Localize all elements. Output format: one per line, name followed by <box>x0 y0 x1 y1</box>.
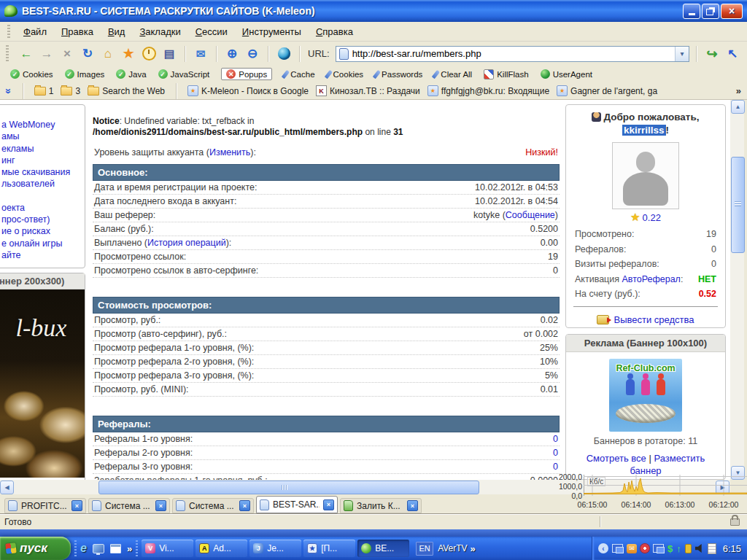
network-icon[interactable] <box>612 544 623 553</box>
toggle-javascript[interactable]: ✓JavaScript <box>158 69 210 79</box>
task-button-p[interactable]: ★[П... <box>303 540 355 557</box>
quick-launch-chevron[interactable]: » <box>127 543 132 554</box>
sidebar-link[interactable]: а WebMoney <box>1 119 85 131</box>
zoom-in-button[interactable]: ⊕ <box>223 45 241 63</box>
window-titlebar[interactable]: BEST-SAR.RU - СИСТЕМА РАСКРУТКИ САЙТОВ (… <box>0 0 747 22</box>
tray-collapse-icon[interactable]: ‹ <box>598 543 608 553</box>
clear-all-button[interactable]: Clear All <box>434 70 472 79</box>
toggle-popups[interactable]: ✕Popups <box>221 68 272 80</box>
tab-close-button[interactable]: × <box>323 499 334 510</box>
show-desktop-icon[interactable] <box>93 544 104 553</box>
translate-button[interactable] <box>275 45 293 63</box>
zoom-out-button[interactable]: ⊖ <box>244 45 261 63</box>
mail-button[interactable]: ✉ <box>192 45 209 63</box>
tab-close-button[interactable]: × <box>155 500 166 511</box>
toggle-java[interactable]: ✓Java <box>116 69 146 79</box>
sidebar-link[interactable]: прос-ответ) <box>1 214 85 225</box>
restore-button[interactable] <box>702 4 719 19</box>
task-button-best-sar[interactable]: BE... <box>357 540 409 557</box>
menu-tools[interactable]: Инструменты <box>235 24 309 39</box>
tab-profitc[interactable]: PROFITC...× <box>4 498 86 513</box>
menu-file[interactable]: Файл <box>16 24 54 39</box>
url-input[interactable]: http://best-sar.ru/members.php ▾ <box>336 46 689 62</box>
bookmarks-overflow-chevron[interactable]: » <box>736 85 741 96</box>
useragent-button[interactable]: UserAgent <box>541 69 592 79</box>
tab-sistema-2[interactable]: Система ...× <box>172 498 254 513</box>
language-indicator[interactable]: EN <box>416 542 433 556</box>
horizontal-scroll-thumb[interactable] <box>98 481 479 494</box>
sidebar-link[interactable]: ие о рисках <box>1 225 85 237</box>
upload-arrow-icon[interactable]: ↑ <box>676 543 681 554</box>
flower-icon[interactable] <box>640 544 649 553</box>
message-link[interactable]: Сообщение <box>506 210 555 220</box>
toggle-cookies[interactable]: ✓Cookies <box>10 69 53 79</box>
close-button[interactable]: × <box>721 4 743 19</box>
sidebar-link[interactable]: амы <box>1 131 85 142</box>
vertical-scroll-thumb[interactable] <box>731 157 745 253</box>
go-button[interactable]: ↪ <box>703 45 721 63</box>
menu-help[interactable]: Справка <box>309 24 360 39</box>
network-icon[interactable] <box>653 544 664 553</box>
bookmark-kmeleon-google[interactable]: ★K-Meleon - Поиск в Google <box>187 85 309 96</box>
avatar[interactable] <box>612 142 679 209</box>
toggle-images[interactable]: ✓Images <box>65 69 105 79</box>
tab-best-sar-active[interactable]: BEST-SAR...× <box>256 496 338 513</box>
window-shortcut-icon[interactable] <box>110 544 121 553</box>
horizontal-scrollbar[interactable]: ◀ ▶ <box>0 480 730 494</box>
tab-sistema-1[interactable]: Система ...× <box>88 498 170 513</box>
operations-history-link[interactable]: История операций <box>147 238 226 248</box>
ad-banner-200x300[interactable]: l-bux <box>0 289 85 478</box>
url-dropdown-button[interactable]: ▾ <box>675 47 689 61</box>
tray-mail-icon[interactable]: ✉ <box>627 544 637 553</box>
radio-icon[interactable] <box>685 544 692 553</box>
taskbar-chevron[interactable]: » <box>471 543 476 554</box>
sidebar-link[interactable]: екламы <box>1 143 85 155</box>
forward-button[interactable]: → <box>38 45 55 63</box>
sidebar-link[interactable]: е онлайн игры <box>1 238 85 249</box>
home-button[interactable]: ⌂ <box>99 45 117 63</box>
notes-icon[interactable] <box>708 543 716 554</box>
menu-edit[interactable]: Правка <box>54 24 101 39</box>
bookmarks-button[interactable]: ★ <box>120 45 137 63</box>
task-button-ad[interactable]: AAd... <box>196 540 247 557</box>
bookmark-kinozal[interactable]: KКинозал.ТВ :: Раздачи <box>316 85 420 96</box>
task-button-je[interactable]: JJe... <box>249 540 301 557</box>
vertical-scrollbar[interactable]: ▲ ▼ <box>730 100 744 480</box>
dollar-icon[interactable]: $ <box>667 543 673 554</box>
autoreferral-link[interactable]: АвтоРеферал <box>622 274 681 284</box>
history-button[interactable] <box>140 45 158 63</box>
select-links-button[interactable]: ↖ <box>724 45 741 63</box>
print-button[interactable]: ▤ <box>160 45 178 63</box>
bookmark-gagner[interactable]: ★Gagner de l'argent, ga <box>557 85 657 96</box>
killflash-button[interactable]: KillFlash <box>484 69 528 79</box>
clear-cache-button[interactable]: Cache <box>284 70 314 79</box>
change-security-link[interactable]: Изменить <box>209 147 250 158</box>
tab-close-button[interactable]: × <box>239 500 250 511</box>
stop-button[interactable]: × <box>58 45 76 63</box>
sidebar-link[interactable]: оекта <box>1 202 85 214</box>
view-all-link[interactable]: Смотреть все <box>587 453 646 464</box>
back-button[interactable]: ← <box>18 45 35 63</box>
scroll-left-button[interactable]: ◀ <box>0 481 14 494</box>
internet-explorer-icon[interactable]: e <box>80 542 87 555</box>
minimize-button[interactable] <box>683 4 700 19</box>
reload-button[interactable]: ↻ <box>79 45 96 63</box>
bookmark-folder-1[interactable]: 1 <box>34 86 54 96</box>
task-button-vip[interactable]: VVi... <box>142 540 193 557</box>
scroll-right-button[interactable]: ▶ <box>716 481 729 494</box>
sidebar-link[interactable]: инг <box>1 155 85 166</box>
tab-zalit[interactable]: Залить К...× <box>340 498 422 513</box>
withdraw-link[interactable]: Вывести средства <box>614 312 694 328</box>
bookmark-mail-inbox[interactable]: ★ffghfgjgh@bk.ru: Входящие <box>427 85 549 96</box>
ad-banner-100x100[interactable]: Ref-Club.com <box>609 359 682 432</box>
clear-cookies-button[interactable]: Cookies <box>327 70 364 79</box>
scroll-up-button[interactable]: ▲ <box>731 100 745 114</box>
bookmarks-expander-icon[interactable]: » <box>3 88 15 94</box>
bookmark-folder-search[interactable]: Search the Web <box>88 86 165 96</box>
clear-passwords-button[interactable]: Passwords <box>375 70 422 79</box>
tab-close-button[interactable]: × <box>71 500 82 511</box>
menu-view[interactable]: Вид <box>101 24 133 39</box>
menu-bookmarks[interactable]: Закладки <box>132 24 187 39</box>
avertv-label[interactable]: AVerTV <box>438 543 467 553</box>
sidebar-link[interactable]: айте <box>1 249 85 261</box>
